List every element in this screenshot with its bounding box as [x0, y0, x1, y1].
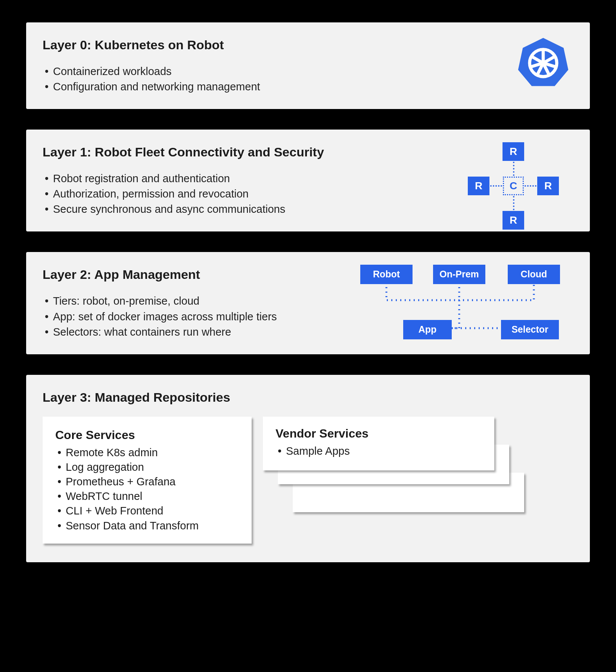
- hubspoke-center: C: [503, 177, 524, 195]
- layer-1-bullet: Authorization, permission and revocation: [53, 187, 349, 201]
- core-bullet: Log aggregation: [66, 460, 239, 475]
- arch-node-onprem: On-Prem: [433, 265, 485, 284]
- hubspoke-spoke-left: R: [468, 177, 489, 195]
- hubspoke-diagram-icon: R R R R C: [454, 140, 573, 231]
- app-arch-diagram-icon: Robot On-Prem Cloud App Selector: [358, 265, 575, 339]
- core-services-bullets: Remote K8s admin Log aggregation Prometh…: [55, 445, 239, 533]
- layer-2-bullets: Tiers: robot, on-premise, cloud App: set…: [43, 294, 311, 339]
- arch-node-app: App: [403, 320, 452, 339]
- hubspoke-spoke-top: R: [503, 142, 524, 161]
- core-bullet: Remote K8s admin: [66, 445, 239, 460]
- core-services-card: Core Services Remote K8s admin Log aggre…: [43, 417, 252, 544]
- hubspoke-spoke-right: R: [537, 177, 559, 195]
- layer-1-card: Layer 1: Robot Fleet Connectivity and Se…: [26, 130, 590, 231]
- layer-3-title: Layer 3: Managed Repositories: [43, 389, 573, 406]
- layer-0-title: Layer 0: Kubernetes on Robot: [43, 37, 349, 54]
- layer-2-title: Layer 2: App Management: [43, 266, 311, 283]
- core-services-title: Core Services: [55, 427, 239, 443]
- layer-3-card: Layer 3: Managed Repositories Core Servi…: [26, 375, 590, 562]
- hubspoke-spoke-bottom: R: [503, 211, 524, 230]
- layer-0-card: Layer 0: Kubernetes on Robot Containeriz…: [26, 22, 590, 109]
- layer-2-bullet: Selectors: what containers run where: [53, 325, 311, 339]
- vendor-services-card: Vendor Services Sample Apps: [263, 417, 494, 470]
- layer-0-bullet: Containerized workloads: [53, 64, 349, 79]
- core-bullet: Sensor Data and Transform: [66, 519, 239, 533]
- layer-2-card: Layer 2: App Management Tiers: robot, on…: [26, 252, 590, 354]
- core-bullet: Prometheus + Grafana: [66, 475, 239, 489]
- layer-1-bullets: Robot registration and authentication Au…: [43, 171, 349, 217]
- arch-node-cloud: Cloud: [508, 265, 560, 284]
- layer-1-bullet: Secure synchronous and async communicati…: [53, 202, 349, 217]
- arch-node-robot: Robot: [360, 265, 413, 284]
- core-bullet: CLI + Web Frontend: [66, 504, 239, 518]
- vendor-bullet: Sample Apps: [286, 444, 482, 458]
- layer-1-bullet: Robot registration and authentication: [53, 171, 349, 186]
- vendor-services-title: Vendor Services: [276, 426, 482, 442]
- arch-node-selector: Selector: [501, 320, 559, 339]
- kubernetes-logo-icon: [517, 36, 569, 88]
- core-bullet: WebRTC tunnel: [66, 489, 239, 504]
- layer-0-bullet: Configuration and networking management: [53, 80, 349, 94]
- layer-2-bullet: App: set of docker images across multipl…: [53, 309, 311, 324]
- vendor-services-bullets: Sample Apps: [276, 444, 482, 458]
- layer-2-bullet: Tiers: robot, on-premise, cloud: [53, 294, 311, 308]
- layer-1-title: Layer 1: Robot Fleet Connectivity and Se…: [43, 144, 349, 161]
- vendor-stack-icon: Vendor Services Sample Apps: [263, 417, 573, 536]
- layer-0-bullets: Containerized workloads Configuration an…: [43, 64, 349, 94]
